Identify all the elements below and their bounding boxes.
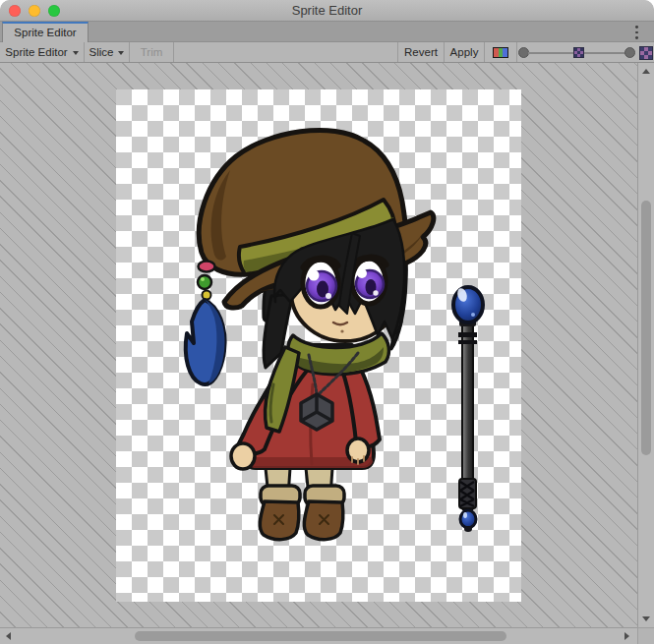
left-eye — [303, 259, 338, 307]
apply-button[interactable]: Apply — [445, 42, 485, 62]
sprite-canvas — [0, 63, 654, 644]
scrollbar-corner — [637, 627, 654, 644]
triangle-left-icon[interactable] — [6, 632, 11, 640]
texture-checkerboard[interactable] — [116, 89, 521, 602]
kebab-menu-icon[interactable] — [632, 25, 640, 40]
caret-down-icon — [73, 51, 79, 55]
checker-tile-small-icon — [574, 48, 583, 57]
trim-button[interactable]: Trim — [130, 42, 174, 62]
sprite-editor-dropdown-label: Sprite Editor — [5, 46, 67, 58]
tab-sprite-editor[interactable]: Sprite Editor — [2, 22, 89, 42]
witch-character-sprite[interactable] — [186, 130, 434, 539]
slice-dropdown[interactable]: Slice — [85, 42, 130, 62]
horizontal-scrollbar[interactable] — [0, 627, 637, 644]
tab-bar: Sprite Editor — [0, 22, 654, 42]
triangle-up-icon[interactable] — [642, 69, 650, 74]
mip-slider-knob[interactable] — [624, 47, 635, 58]
right-eye — [352, 258, 386, 304]
toolbar: Sprite Editor Slice Trim Revert Apply — [0, 42, 654, 63]
triangle-down-icon[interactable] — [642, 616, 650, 621]
horizontal-scrollbar-thumb[interactable] — [135, 631, 506, 641]
titlebar: Sprite Editor — [0, 0, 654, 22]
zoom-slider-track[interactable] — [528, 52, 575, 54]
revert-button[interactable]: Revert — [397, 42, 445, 62]
triangle-right-icon[interactable] — [624, 632, 629, 640]
mip-slider-track[interactable] — [584, 52, 625, 54]
sprite-artwork — [116, 89, 521, 602]
slice-dropdown-label: Slice — [89, 46, 114, 58]
rgb-color-swatch-icon — [493, 47, 508, 58]
canvas-paint-area[interactable] — [0, 63, 637, 627]
window-title: Sprite Editor — [0, 0, 654, 22]
vertical-scrollbar[interactable] — [637, 63, 654, 627]
magic-staff-sprite[interactable] — [453, 287, 483, 532]
sprite-editor-window: Sprite Editor Sprite Editor Sprite Edito… — [0, 0, 654, 644]
checker-tile-large-icon — [640, 47, 652, 59]
color-mode-button[interactable] — [485, 42, 517, 62]
sprite-editor-dropdown[interactable]: Sprite Editor — [0, 42, 85, 62]
caret-down-icon — [118, 51, 124, 55]
vertical-scrollbar-thumb[interactable] — [641, 201, 651, 455]
